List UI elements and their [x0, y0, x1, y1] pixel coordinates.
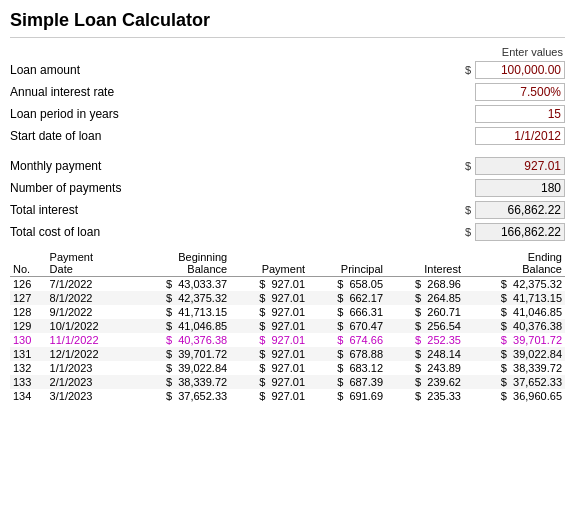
cell-date: 8/1/2022 [47, 291, 130, 305]
cell-end: $ 42,375.32 [464, 277, 565, 292]
cell-date: 3/1/2023 [47, 389, 130, 403]
cell-int: $ 235.33 [386, 389, 464, 403]
start-date-label: Start date of loan [10, 129, 463, 143]
cell-pay: $ 927.01 [230, 361, 308, 375]
cell-date: 7/1/2022 [47, 277, 130, 292]
cell-end: $ 37,652.33 [464, 375, 565, 389]
cell-date: 10/1/2022 [47, 319, 130, 333]
interest-rate-label: Annual interest rate [10, 85, 463, 99]
cell-end: $ 36,960.65 [464, 389, 565, 403]
table-row: 131 12/1/2022 $ 39,701.72 $ 927.01 $ 678… [10, 347, 565, 361]
cell-pri: $ 674.66 [308, 333, 386, 347]
cell-int: $ 243.89 [386, 361, 464, 375]
cell-beg: $ 43,033.37 [129, 277, 230, 292]
interest-rate-input[interactable] [475, 83, 565, 101]
cell-no: 132 [10, 361, 47, 375]
monthly-payment-symbol: $ [463, 160, 473, 172]
cell-pay: $ 927.01 [230, 347, 308, 361]
cell-end: $ 39,701.72 [464, 333, 565, 347]
cell-pay: $ 927.01 [230, 375, 308, 389]
monthly-payment-value [475, 157, 565, 175]
cell-pay: $ 927.01 [230, 389, 308, 403]
cell-no: 126 [10, 277, 47, 292]
cell-pay: $ 927.01 [230, 277, 308, 292]
amortization-table-section: No. PaymentDate BeginningBalance Payment… [10, 250, 565, 403]
num-payments-value [475, 179, 565, 197]
total-interest-label: Total interest [10, 203, 463, 217]
cell-int: $ 264.85 [386, 291, 464, 305]
cell-pri: $ 687.39 [308, 375, 386, 389]
cell-pay: $ 927.01 [230, 305, 308, 319]
cell-date: 1/1/2023 [47, 361, 130, 375]
cell-beg: $ 41,713.15 [129, 305, 230, 319]
cell-date: 12/1/2022 [47, 347, 130, 361]
cell-no: 134 [10, 389, 47, 403]
cell-pri: $ 670.47 [308, 319, 386, 333]
cell-int: $ 268.96 [386, 277, 464, 292]
col-header-beginning: BeginningBalance [129, 250, 230, 277]
cell-beg: $ 41,046.85 [129, 319, 230, 333]
cell-end: $ 38,339.72 [464, 361, 565, 375]
cell-no: 133 [10, 375, 47, 389]
cell-beg: $ 37,652.33 [129, 389, 230, 403]
loan-amount-input[interactable] [475, 61, 565, 79]
table-row: 129 10/1/2022 $ 41,046.85 $ 927.01 $ 670… [10, 319, 565, 333]
cell-int: $ 256.54 [386, 319, 464, 333]
table-row: 127 8/1/2022 $ 42,375.32 $ 927.01 $ 662.… [10, 291, 565, 305]
cell-end: $ 41,046.85 [464, 305, 565, 319]
loan-amount-label: Loan amount [10, 63, 463, 77]
table-row: 130 11/1/2022 $ 40,376.38 $ 927.01 $ 674… [10, 333, 565, 347]
title: Simple Loan Calculator [10, 10, 565, 38]
cell-int: $ 252.35 [386, 333, 464, 347]
loan-amount-symbol: $ [463, 64, 473, 76]
col-header-no: No. [10, 250, 47, 277]
loan-period-input[interactable] [475, 105, 565, 123]
total-interest-value [475, 201, 565, 219]
cell-pay: $ 927.01 [230, 333, 308, 347]
cell-date: 2/1/2023 [47, 375, 130, 389]
cell-beg: $ 40,376.38 [129, 333, 230, 347]
cell-beg: $ 39,701.72 [129, 347, 230, 361]
cell-beg: $ 38,339.72 [129, 375, 230, 389]
total-cost-symbol: $ [463, 226, 473, 238]
table-row: 133 2/1/2023 $ 38,339.72 $ 927.01 $ 687.… [10, 375, 565, 389]
cell-pri: $ 662.17 [308, 291, 386, 305]
cell-int: $ 248.14 [386, 347, 464, 361]
cell-no: 127 [10, 291, 47, 305]
loan-period-label: Loan period in years [10, 107, 463, 121]
col-header-date: PaymentDate [47, 250, 130, 277]
cell-no: 130 [10, 333, 47, 347]
total-cost-value [475, 223, 565, 241]
cell-date: 9/1/2022 [47, 305, 130, 319]
total-interest-symbol: $ [463, 204, 473, 216]
cell-int: $ 239.62 [386, 375, 464, 389]
col-header-principal: Principal [308, 250, 386, 277]
col-header-payment: Payment [230, 250, 308, 277]
cell-end: $ 40,376.38 [464, 319, 565, 333]
monthly-payment-label: Monthly payment [10, 159, 463, 173]
cell-no: 131 [10, 347, 47, 361]
start-date-input[interactable] [475, 127, 565, 145]
cell-int: $ 260.71 [386, 305, 464, 319]
cell-end: $ 39,022.84 [464, 347, 565, 361]
amortization-table: No. PaymentDate BeginningBalance Payment… [10, 250, 565, 403]
total-cost-label: Total cost of loan [10, 225, 463, 239]
cell-no: 128 [10, 305, 47, 319]
table-row: 134 3/1/2023 $ 37,652.33 $ 927.01 $ 691.… [10, 389, 565, 403]
cell-pri: $ 666.31 [308, 305, 386, 319]
col-header-ending: EndingBalance [464, 250, 565, 277]
num-payments-label: Number of payments [10, 181, 463, 195]
cell-pri: $ 678.88 [308, 347, 386, 361]
cell-pay: $ 927.01 [230, 291, 308, 305]
cell-no: 129 [10, 319, 47, 333]
cell-pri: $ 691.69 [308, 389, 386, 403]
cell-beg: $ 42,375.32 [129, 291, 230, 305]
col-header-interest: Interest [386, 250, 464, 277]
cell-pri: $ 658.05 [308, 277, 386, 292]
cell-beg: $ 39,022.84 [129, 361, 230, 375]
table-row: 132 1/1/2023 $ 39,022.84 $ 927.01 $ 683.… [10, 361, 565, 375]
cell-pay: $ 927.01 [230, 319, 308, 333]
table-row: 126 7/1/2022 $ 43,033.37 $ 927.01 $ 658.… [10, 277, 565, 292]
enter-values-label: Enter values [10, 46, 565, 58]
cell-end: $ 41,713.15 [464, 291, 565, 305]
